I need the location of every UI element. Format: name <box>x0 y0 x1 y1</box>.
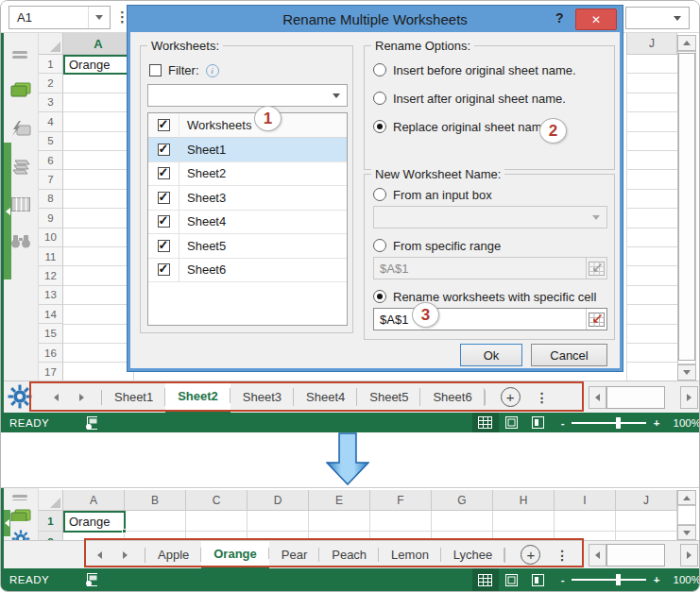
collapse-pane-icon[interactable] <box>12 494 29 500</box>
ok-button[interactable]: Ok <box>460 344 522 366</box>
column-header[interactable]: C <box>186 490 248 511</box>
sheet-tab[interactable]: Lychee <box>441 541 504 568</box>
horizontal-scrollbar[interactable] <box>589 544 698 567</box>
new-sheet-button[interactable]: + <box>521 545 540 565</box>
column-header[interactable]: F <box>370 490 432 511</box>
tab-scroll-right-icon[interactable] <box>79 394 84 401</box>
row-header[interactable]: 1 <box>39 511 63 532</box>
selected-cell-a1[interactable]: Orange <box>63 55 135 75</box>
quick-tools-icon[interactable] <box>10 121 31 137</box>
select-all-corner[interactable] <box>39 490 63 511</box>
row-2-cells[interactable] <box>63 532 677 540</box>
column-header[interactable]: J <box>616 490 677 511</box>
column-header[interactable]: D <box>248 490 309 511</box>
macro-record-icon[interactable] <box>85 573 96 586</box>
tab-scroll-right-icon[interactable] <box>123 551 128 559</box>
column-j-cells[interactable] <box>626 55 677 381</box>
column-header[interactable]: H <box>493 490 555 511</box>
worksheet-list-row[interactable]: Sheet4 <box>148 211 347 235</box>
worksheet-list-row[interactable]: Sheet2 <box>148 162 347 187</box>
collapse-pane-icon[interactable] <box>12 50 29 59</box>
row-header[interactable]: 3 <box>39 93 63 112</box>
formula-bar-collapsed[interactable] <box>625 7 690 29</box>
workarea-panes-icon[interactable] <box>10 509 31 521</box>
radio-button[interactable] <box>373 63 386 76</box>
worksheet-list-row[interactable]: Sheet3 <box>148 186 347 211</box>
h-scrollbar-thumb[interactable] <box>606 544 665 567</box>
page-layout-view-button[interactable] <box>499 413 525 432</box>
worksheet-list-row[interactable]: Sheet6 <box>148 259 347 283</box>
sheet-tab[interactable]: Sheet6 <box>420 381 484 413</box>
scroll-left-button[interactable] <box>589 386 606 409</box>
select-all-corner[interactable] <box>39 33 63 55</box>
zoom-slider-thumb[interactable] <box>616 574 621 585</box>
scrollbar-thumb[interactable] <box>678 53 695 361</box>
normal-view-button[interactable] <box>472 568 499 591</box>
column-header[interactable]: E <box>309 490 370 511</box>
row-header[interactable]: 9 <box>39 209 63 228</box>
page-break-view-button[interactable] <box>525 413 552 432</box>
row-header[interactable]: 17 <box>39 363 63 381</box>
row-header[interactable]: 4 <box>39 112 63 131</box>
worksheet-checkbox[interactable] <box>158 263 170 276</box>
zoom-level[interactable]: 100% <box>674 417 700 429</box>
scroll-up-button[interactable] <box>677 490 696 505</box>
row-header[interactable]: 13 <box>39 286 63 305</box>
worksheet-list-row[interactable]: Sheet5 <box>148 234 347 259</box>
info-icon[interactable]: i <box>206 64 219 77</box>
radio-button[interactable] <box>373 188 386 201</box>
row-header[interactable]: 16 <box>39 344 63 363</box>
sheet-tab[interactable]: Sheet4 <box>294 381 357 413</box>
row-header[interactable]: 1 <box>39 55 63 74</box>
row-1-cells[interactable] <box>63 511 677 532</box>
worksheet-list-row[interactable]: Sheet1 <box>148 138 347 162</box>
radio-button[interactable] <box>373 239 386 252</box>
row-header[interactable]: 8 <box>39 190 63 209</box>
row-header[interactable]: 7 <box>39 170 63 189</box>
zoom-in-button[interactable]: + <box>654 417 660 429</box>
tab-overflow-icon[interactable]: ⋮ <box>550 548 574 563</box>
close-button[interactable]: ✕ <box>575 8 617 30</box>
selected-cell-a1[interactable]: Orange <box>63 511 126 533</box>
dialog-title-bar[interactable]: Rename Multiple Worksheets ? ✕ <box>128 6 623 32</box>
column-a-cells[interactable] <box>63 55 134 381</box>
zoom-slider[interactable] <box>572 422 645 424</box>
vertical-scrollbar[interactable] <box>677 35 696 381</box>
sheet-tab[interactable]: Orange <box>201 541 269 568</box>
zoom-out-button[interactable]: - <box>561 574 565 585</box>
help-button[interactable]: ? <box>555 10 564 25</box>
sheet-tab[interactable]: Lemon <box>379 541 441 568</box>
column-header[interactable]: A <box>63 490 125 511</box>
normal-view-button[interactable] <box>472 413 499 432</box>
sheet-tab[interactable]: Pear <box>269 541 319 568</box>
column-header[interactable]: G <box>432 490 493 511</box>
rename-option[interactable]: Insert before original sheet name. <box>373 60 576 79</box>
scroll-right-button[interactable] <box>680 544 698 567</box>
name-box[interactable]: A1 <box>9 6 111 29</box>
sheet-tab[interactable]: Sheet3 <box>230 381 294 413</box>
row-header[interactable]: 10 <box>39 228 63 247</box>
page-break-view-button[interactable] <box>525 568 552 591</box>
rename-option[interactable]: Insert after original sheet name. <box>373 89 576 108</box>
binoculars-icon[interactable] <box>10 234 31 248</box>
zoom-level[interactable]: 100% <box>674 574 700 585</box>
pane-expand-handle[interactable] <box>4 143 11 279</box>
row-header[interactable]: 2 <box>39 74 63 93</box>
zoom-slider[interactable] <box>572 579 645 581</box>
filter-combobox[interactable] <box>147 84 348 107</box>
columns-icon[interactable] <box>11 197 30 211</box>
vertical-scrollbar[interactable] <box>677 490 696 540</box>
sheet-tab[interactable]: Apple <box>145 541 201 568</box>
page-layout-view-button[interactable] <box>499 568 525 591</box>
worksheet-checkbox[interactable] <box>158 215 170 228</box>
workarea-panes-icon[interactable] <box>10 82 31 98</box>
tab-overflow-icon[interactable]: ⋮ <box>530 390 555 405</box>
sheet-tab[interactable]: Sheet1 <box>102 381 165 413</box>
tab-scroll-left-icon[interactable] <box>97 551 102 559</box>
name-box-dropdown-icon[interactable] <box>88 7 110 28</box>
row-header[interactable]: 6 <box>39 151 63 170</box>
fill-handle[interactable] <box>122 529 127 533</box>
row-header[interactable]: 11 <box>39 247 63 266</box>
sheet-tab[interactable]: Sheet2 <box>165 381 230 413</box>
tab-scroll-left-icon[interactable] <box>54 394 59 401</box>
